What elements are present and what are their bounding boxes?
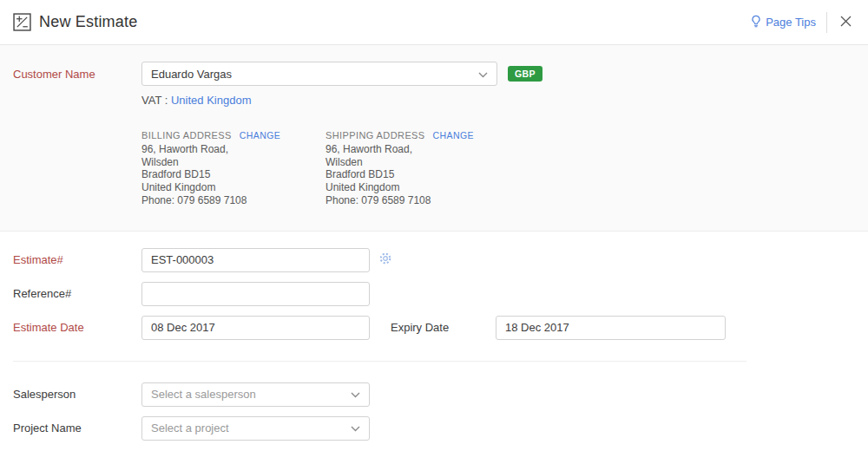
- vat-label: VAT :: [141, 94, 168, 107]
- shipping-address-change-link[interactable]: CHANGE: [433, 130, 474, 141]
- billing-address-line: Wilsden: [141, 156, 326, 169]
- customer-section: Customer Name Eduardo Vargas GBP VAT : U…: [0, 45, 868, 232]
- lightbulb-icon: [751, 15, 761, 30]
- billing-address-block: BILLING ADDRESS CHANGE 96, Haworth Road,…: [141, 130, 326, 207]
- salesperson-select-placeholder: Select a salesperson: [151, 388, 351, 401]
- shipping-address-line: Bradford BD15: [326, 168, 510, 181]
- salesperson-select[interactable]: Select a salesperson: [141, 382, 370, 407]
- project-select[interactable]: Select a project: [141, 416, 370, 441]
- project-select-placeholder: Select a project: [151, 422, 351, 435]
- shipping-address-heading: SHIPPING ADDRESS: [326, 130, 425, 141]
- reference-number-label: Reference#: [0, 287, 141, 300]
- shipping-address-line: 96, Haworth Road,: [326, 143, 510, 156]
- shipping-address-line: Wilsden: [326, 156, 510, 169]
- estimate-icon: [13, 13, 31, 31]
- estimate-number-label: Estimate#: [0, 253, 141, 266]
- currency-badge: GBP: [508, 66, 542, 82]
- addresses: BILLING ADDRESS CHANGE 96, Haworth Road,…: [141, 130, 868, 207]
- chevron-down-icon: [478, 68, 488, 81]
- page-title: New Estimate: [39, 13, 137, 31]
- close-icon: [839, 15, 852, 30]
- billing-address-change-link[interactable]: CHANGE: [240, 130, 280, 141]
- close-button[interactable]: [838, 13, 854, 32]
- vat-row: VAT : United Kingdom: [141, 94, 868, 107]
- shipping-address-line: United Kingdom: [326, 181, 510, 194]
- billing-address-heading: BILLING ADDRESS: [141, 130, 232, 141]
- estimate-number-settings-button[interactable]: [377, 250, 394, 270]
- header-divider: [826, 12, 827, 33]
- customer-select[interactable]: Eduardo Vargas: [141, 62, 497, 86]
- shipping-address-block: SHIPPING ADDRESS CHANGE 96, Haworth Road…: [326, 130, 510, 207]
- shipping-address-line: Phone: 079 6589 7108: [326, 194, 510, 207]
- billing-address-line: 96, Haworth Road,: [141, 143, 326, 156]
- page-tips-link[interactable]: Page Tips: [751, 15, 816, 30]
- estimate-date-label: Estimate Date: [0, 321, 141, 334]
- page-header: New Estimate Page Tips: [0, 0, 868, 45]
- billing-address-line: United Kingdom: [141, 181, 326, 194]
- expiry-date-input[interactable]: [496, 316, 726, 340]
- reference-number-input[interactable]: [141, 282, 370, 306]
- chevron-down-icon: [351, 388, 360, 401]
- billing-address-line: Phone: 079 6589 7108: [141, 194, 326, 207]
- expiry-date-label: Expiry Date: [370, 321, 496, 334]
- page-tips-label: Page Tips: [766, 16, 816, 29]
- chevron-down-icon: [351, 422, 360, 435]
- salesperson-label: Salesperson: [0, 388, 141, 401]
- project-name-label: Project Name: [0, 422, 141, 435]
- billing-address-line: Bradford BD15: [141, 168, 326, 181]
- gear-icon: [378, 252, 392, 268]
- vat-country-link[interactable]: United Kingdom: [171, 94, 252, 107]
- customer-name-label: Customer Name: [0, 68, 141, 81]
- estimate-number-input[interactable]: [141, 248, 370, 272]
- section-divider: [13, 361, 746, 362]
- estimate-details-section: Estimate# Reference# Estimate Date Expir…: [0, 232, 868, 441]
- customer-select-value: Eduardo Vargas: [151, 68, 478, 81]
- estimate-date-input[interactable]: [141, 316, 370, 340]
